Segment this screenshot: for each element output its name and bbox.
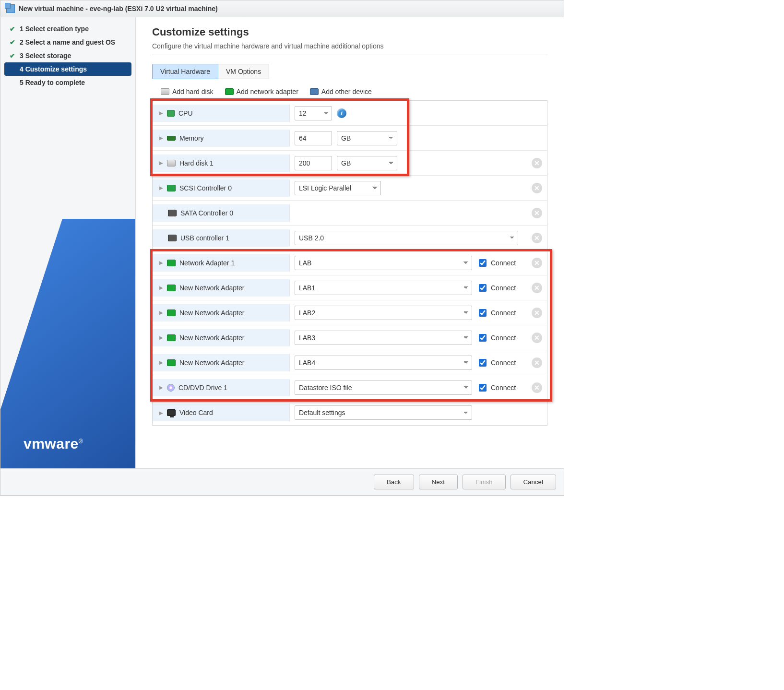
remove-icon[interactable]: ✕ [532,382,542,393]
back-button[interactable]: Back [374,475,414,489]
hw-label: SCSI Controller 0 [179,184,232,192]
hw-label: New Network Adapter [179,334,244,342]
add-hard-disk-button[interactable]: Add hard disk [161,88,214,95]
step-5: ✔5 Ready to complete [4,76,131,89]
connect-checkbox[interactable]: Connect [477,258,516,268]
row-sata-controller: SATA Controller 0 ✕ [153,201,547,226]
row-network-adapter-5: ▶New Network Adapter LAB4 Connect ✕ [153,350,547,375]
expand-icon[interactable]: ▶ [159,335,163,340]
hw-label: CPU [178,109,193,117]
usb-type-select[interactable]: USB 2.0 [295,231,518,245]
remove-icon[interactable]: ✕ [532,308,542,318]
vm-icon [6,4,15,13]
cd-icon [167,384,175,392]
hw-label: New Network Adapter [179,359,244,367]
add-network-adapter-button[interactable]: Add network adapter [225,88,298,95]
cancel-button[interactable]: Cancel [511,475,557,489]
network-select[interactable]: LAB4 [295,356,472,370]
check-icon: ✔ [9,38,16,46]
expand-icon[interactable]: ▶ [159,185,163,190]
connect-checkbox[interactable]: Connect [477,382,516,393]
connect-checkbox[interactable]: Connect [477,357,516,368]
remove-icon[interactable]: ✕ [532,158,542,168]
memory-unit-select[interactable]: GB [337,131,397,145]
info-icon[interactable]: i [337,108,346,118]
expand-icon[interactable]: ▶ [159,385,163,390]
page-title: Customize settings [152,26,547,38]
step-3[interactable]: ✔3 Select storage [4,49,131,62]
wizard-footer: Back Next Finish Cancel [0,468,564,495]
step-label: 1 Select creation type [20,25,89,33]
scsi-type-select[interactable]: LSI Logic Parallel [295,181,381,195]
brand-logo: vmware® [24,436,83,452]
toolbar-label: Add hard disk [172,88,214,95]
network-select[interactable]: LAB3 [295,331,472,345]
hard-disk-size-input[interactable] [295,156,332,170]
remove-icon[interactable]: ✕ [532,357,542,368]
connect-checkbox[interactable]: Connect [477,283,516,293]
row-network-adapter-2: ▶New Network Adapter LAB1 Connect ✕ [153,275,547,300]
remove-icon[interactable]: ✕ [532,258,542,268]
video-settings-select[interactable]: Default settings [295,405,472,420]
memory-input[interactable] [295,131,332,145]
step-label: 5 Ready to complete [20,79,85,86]
hard-disk-unit-select[interactable]: GB [337,156,397,170]
window-title: New virtual machine - eve-ng-lab (ESXi 7… [19,5,218,12]
connect-label: Connect [491,259,516,267]
expand-icon[interactable]: ▶ [159,410,163,416]
expand-icon[interactable]: ▶ [159,110,163,116]
row-scsi-controller: ▶SCSI Controller 0 LSI Logic Parallel ✕ [153,176,547,201]
hardware-toolbar: Add hard disk Add network adapter Add ot… [152,86,547,100]
network-select[interactable]: LAB [295,256,472,270]
connect-checkbox[interactable]: Connect [477,308,516,318]
cd-source-select[interactable]: Datastore ISO file [295,381,472,395]
add-other-device-button[interactable]: Add other device [310,88,372,95]
row-network-adapter-1: ▶Network Adapter 1 LAB Connect ✕ [153,250,547,275]
finish-button: Finish [463,475,506,489]
hard-disk-icon [161,88,169,95]
expand-icon[interactable]: ▶ [159,160,163,166]
step-1[interactable]: ✔1 Select creation type [4,22,131,36]
sata-icon [168,210,177,216]
row-network-adapter-3: ▶New Network Adapter LAB2 Connect ✕ [153,300,547,325]
remove-icon[interactable]: ✕ [532,183,542,193]
hw-label: Memory [179,134,204,142]
hw-label: SATA Controller 0 [180,209,233,217]
step-2[interactable]: ✔2 Select a name and guest OS [4,36,131,49]
network-select[interactable]: LAB2 [295,306,472,320]
expand-icon[interactable]: ▶ [159,135,163,141]
divider [152,55,547,55]
step-label: 2 Select a name and guest OS [20,38,115,46]
expand-icon[interactable]: ▶ [159,285,163,290]
row-cd-dvd: ▶CD/DVD Drive 1 Datastore ISO file Conne… [153,375,547,400]
remove-icon[interactable]: ✕ [532,283,542,293]
next-button[interactable]: Next [419,475,458,489]
remove-icon[interactable]: ✕ [532,233,542,243]
network-adapter-icon [167,334,176,341]
row-cpu: ▶CPU 12 i [153,101,547,126]
cpu-count-select[interactable]: 12 [295,106,332,120]
hardware-table: ▶CPU 12 i ▶Memory GB [152,100,547,426]
remove-icon[interactable]: ✕ [532,208,542,218]
expand-icon[interactable]: ▶ [159,310,163,315]
usb-icon [168,235,177,241]
tab-virtual-hardware[interactable]: Virtual Hardware [152,64,218,79]
expand-icon[interactable]: ▶ [159,260,163,265]
tab-vm-options[interactable]: VM Options [218,64,269,79]
row-memory: ▶Memory GB [153,126,547,151]
step-label: 3 Select storage [20,52,71,59]
connect-checkbox[interactable]: Connect [477,333,516,343]
network-adapter-icon [167,359,176,366]
expand-icon[interactable]: ▶ [159,360,163,365]
row-hard-disk-1: ▶Hard disk 1 GB ✕ [153,151,547,176]
network-select[interactable]: LAB1 [295,281,472,295]
titlebar: New virtual machine - eve-ng-lab (ESXi 7… [0,0,564,17]
step-4[interactable]: ✔4 Customize settings [4,62,131,76]
hw-label: New Network Adapter [179,284,244,292]
network-adapter-icon [225,88,234,95]
memory-icon [167,136,176,141]
hard-disk-icon [167,160,176,167]
remove-icon[interactable]: ✕ [532,333,542,343]
hw-label: Hard disk 1 [179,159,214,167]
network-adapter-icon [167,260,176,266]
